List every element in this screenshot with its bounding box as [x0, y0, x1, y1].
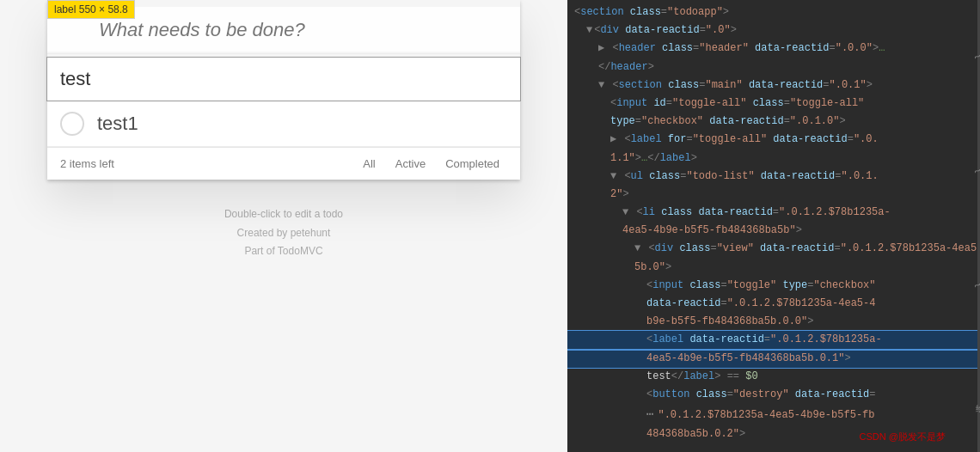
devtools-line[interactable]: ▼ <li class data-reactid=".0.1.2.$78b123… [567, 204, 980, 222]
devtools-line[interactable]: <section class="todoapp"> [567, 3, 980, 21]
devtools-line[interactable]: <button class="destroy" data-reactid= [567, 386, 980, 404]
border-char: { [974, 54, 980, 59]
devtools-line[interactable]: <input class="toggle" type="checkbox" [567, 277, 980, 295]
tooltip: label 550 × 58.8 [47, 0, 135, 19]
devtools-line[interactable]: 2"> [567, 186, 980, 204]
tag-name: section [580, 6, 623, 18]
todo-edit-input[interactable] [47, 58, 520, 101]
todo-item: test1 [47, 101, 520, 147]
devtools-line[interactable]: ▶ <header class="header" data-reactid=".… [567, 40, 980, 58]
todo-list: test1 [47, 58, 520, 147]
info-line-3: Part of TodoMVC [224, 242, 343, 261]
todo-item-editing [47, 58, 520, 101]
devtools-content[interactable]: <section class="todoapp"> ▼<div data-rea… [567, 0, 980, 452]
devtools-line-highlighted-2[interactable]: 4ea5-4b9e-b5f5-fb484368ba5b.0.1"> [567, 350, 980, 368]
devtools-line[interactable]: ▼<div data-reactid=".0"> [567, 21, 980, 40]
devtools-line[interactable]: ⋯".0.1.2.$78b1235a-4ea5-4b9e-b5f5-fb [567, 404, 980, 425]
devtools-line[interactable]: type="checkbox" data-reactid=".0.1.0"> [567, 113, 980, 131]
devtools-line[interactable]: data-reactid=".0.1.2.$78b1235a-4ea5-4 [567, 295, 980, 313]
devtools-line[interactable]: 4ea5-4b9e-b5f5-fb484368ba5b"> [567, 222, 980, 240]
tooltip-tag: label [54, 3, 76, 15]
todo-checkbox[interactable] [60, 112, 84, 136]
devtools-panel: <section class="todoapp"> ▼<div data-rea… [567, 0, 980, 452]
filter-active-button[interactable]: Active [388, 155, 433, 173]
info-line-1: Double-click to edit a todo [224, 205, 343, 224]
filter-completed-button[interactable]: Completed [438, 155, 507, 173]
border-char: { [974, 283, 980, 288]
todo-info: Double-click to edit a todo Created by p… [224, 205, 343, 261]
tooltip-dimensions: 550 × 58.8 [79, 3, 128, 15]
csdn-watermark: CSDN @脱发不是梦 [860, 431, 946, 443]
devtools-line[interactable]: 5b.0"> [567, 259, 980, 277]
devtools-line[interactable]: ▼ <section class="main" data-reactid=".0… [567, 76, 980, 95]
devtools-line[interactable]: 1.1">…</label> [567, 150, 980, 168]
info-line-2: Created by petehunt [224, 224, 343, 243]
filter-buttons: All Active Completed [355, 155, 507, 173]
todo-footer: 2 items left All Active Completed [47, 147, 520, 180]
devtools-line-value[interactable]: test</label> == $0 [567, 368, 980, 386]
todo-item-label: test1 [97, 113, 507, 135]
collapse-triangle: ▼ [586, 24, 592, 36]
three-dots-icon: ⋯ [646, 407, 653, 421]
devtools-line[interactable]: <input id="toggle-all" class="toggle-all… [567, 95, 980, 113]
devtools-line[interactable]: </header> [567, 58, 980, 76]
devtools-line[interactable]: ▼ <div class="view" data-reactid=".0.1.2… [567, 240, 980, 258]
border-char: { [974, 168, 980, 174]
devtools-line[interactable]: b9e-b5f5-fb484368ba5b.0.0"> [567, 313, 980, 331]
left-panel: label 550 × 58.8 test1 2 items left [0, 0, 567, 452]
devtools-line-highlighted[interactable]: <label data-reactid=".0.1.2.$78b1235a- [567, 331, 980, 349]
devtools-line[interactable]: ▶ <label for="toggle-all" data-reactid="… [567, 131, 980, 149]
todo-app-container: label 550 × 58.8 test1 2 items left [47, 0, 520, 180]
filter-all-button[interactable]: All [355, 155, 383, 173]
items-left-count: 2 items left [60, 157, 355, 170]
devtools-line[interactable]: ▼ <ul class="todo-list" data-reactid=".0… [567, 168, 980, 186]
